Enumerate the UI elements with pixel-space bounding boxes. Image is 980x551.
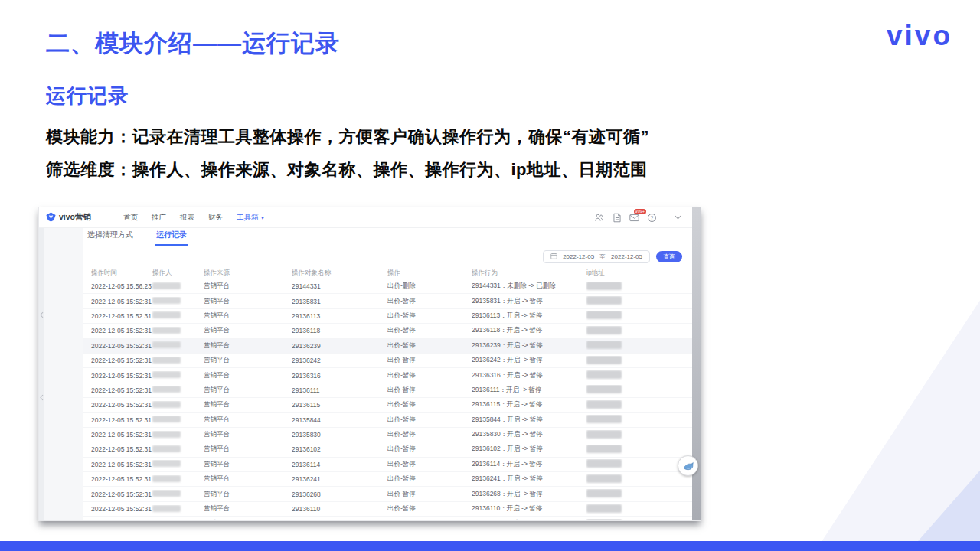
cell-object-name: 29136268 [292,491,387,498]
redacted-ip [586,459,622,468]
cell-operate-time: 2022-12-05 15:52:31 [91,357,152,364]
cell-operate-time: 2022-12-05 15:52:31 [91,431,152,439]
cell-operate-time: 2022-12-05 15:52:31 [91,445,152,453]
cell-operate-time: 2022-12-05 15:52:31 [91,491,152,498]
redacted-ip [586,326,622,334]
app-topbar: vivo营销 首页 推广 报表 财务 工具箱▼ 999+ [39,207,692,228]
cell-operate-source: 营销平台 [204,356,292,365]
table-row[interactable]: 2022-12-05 15:52:31营销平台29136239出价-暂停2913… [83,339,692,354]
cell-ip [586,400,648,410]
redacted-ip [586,489,622,497]
tab-run-records[interactable]: 运行记录 [156,230,187,246]
account-chevron-down-icon[interactable] [673,213,683,223]
mail-icon[interactable]: 999+ [629,213,639,223]
cell-behavior: 29136241：开启 -> 暂停 [472,474,586,484]
table-row[interactable]: 2022-12-05 15:52:31营销平台29136111出价-暂停2913… [83,383,692,398]
cell-ip [586,385,648,395]
cell-operator [152,357,204,365]
date-range-picker[interactable]: 2022-12-05 至 2022-12-05 [543,250,650,263]
decor-shape-large [684,175,980,551]
table-row[interactable]: 2022-12-05 15:52:31营销平台29136316出价-暂停2913… [83,368,692,383]
help-icon[interactable]: ? [647,213,657,223]
cell-behavior: 29136316：开启 -> 暂停 [472,371,586,380]
feedback-bird-widget[interactable] [678,455,698,476]
cell-behavior: 29136242：开启 -> 暂停 [472,356,586,365]
nav-item-toolbox[interactable]: 工具箱▼ [237,213,265,223]
redacted-operator [152,386,181,393]
filter-dimensions-text: 筛选维度：操作人、操作来源、对象名称、操作、操作行为、ip地址、日期范围 [46,158,648,181]
cell-operator [152,460,204,468]
cell-operate-time: 2022-12-05 15:52:31 [91,401,152,409]
cell-operate-source: 营销平台 [204,519,292,520]
table-row[interactable]: 2022-12-05 15:52:31营销平台29136268出价-暂停2913… [83,487,692,501]
cell-ip [586,311,648,321]
header-operation: 操作 [387,269,472,278]
chevron-down-icon: ▼ [260,215,266,220]
cell-operation: 出价-暂停 [387,386,472,395]
cell-operate-source: 营销平台 [204,400,292,409]
cell-operation: 出价-暂停 [387,326,472,335]
cell-operate-source: 营销平台 [204,371,292,380]
cell-operation: 出价-暂停 [387,430,472,439]
cell-operation: 出价-暂停 [387,297,472,306]
cell-ip [586,356,648,366]
cell-ip [586,519,648,520]
app-nav: 首页 推广 报表 财务 工具箱▼ [123,213,265,223]
query-button[interactable]: 查询 [656,251,682,262]
cell-operator [152,445,204,454]
cell-object-name: 29136242 [292,357,387,364]
sidebar-strip [39,228,44,520]
table-row[interactable]: 2022-12-05 15:52:31营销平台29136241出价-暂停2913… [83,472,692,487]
cell-operator [152,416,204,424]
redacted-ip [586,385,622,393]
table-row[interactable]: 2022-12-05 15:52:31营销平台29136110出价-暂停2913… [83,502,692,517]
redacted-ip [586,341,622,349]
cell-operator [152,475,204,484]
redacted-operator [152,431,181,438]
redacted-operator [152,282,181,289]
sidebar-collapse-icon[interactable] [39,390,44,404]
app-logo[interactable]: vivo营销 [46,212,91,223]
table-row[interactable]: 2022-12-05 15:52:31营销平台29135844出价-暂停2913… [83,413,692,428]
users-icon[interactable] [594,213,604,223]
header-object-name: 操作对象名称 [292,269,387,278]
tab-select-clean-mode[interactable]: 选择清理方式 [87,230,133,246]
topbar-icons: 999+ ? [594,213,683,223]
table-row[interactable]: 2022-12-05 15:52:31营销平台29135830出价-暂停2913… [83,428,692,442]
document-icon[interactable] [612,213,622,223]
redacted-operator [152,311,181,318]
table-row[interactable]: 2022-12-05 15:56:23营销平台29144331出价-删除2914… [83,279,692,294]
table-row[interactable]: 2022-12-05 15:52:31营销平台29136118出价-暂停2913… [83,324,692,338]
nav-item-home[interactable]: 首页 [123,213,138,223]
table-row[interactable]: 2022-12-05 15:52:31营销平台29136102出价-暂停2913… [83,442,692,457]
cell-object-name: 29136111 [292,386,387,394]
table-row[interactable]: 2022-12-05 15:52:31营销平台29136115出价-暂停2913… [83,398,692,412]
cell-operator [152,505,204,514]
header-operator: 操作人 [152,269,204,278]
cell-ip [586,370,648,380]
cell-object-name: 29136110 [292,505,387,513]
cell-operation: 出价-暂停 [387,490,472,499]
sidebar-collapse-icon[interactable] [39,308,44,321]
date-separator: 至 [599,253,606,261]
cell-object-name: 29144331 [292,282,387,290]
nav-item-report[interactable]: 报表 [180,213,194,223]
cell-operation: 出价-暂停 [387,474,472,484]
cell-operation: 出价-暂停 [387,400,472,409]
redacted-operator [152,416,181,422]
cell-ip [586,296,648,306]
nav-item-promotion[interactable]: 推广 [152,213,166,223]
table-row[interactable]: 2022-12-05 15:52:31营销平台29136077出价-暂停2913… [83,517,692,520]
cell-operate-time: 2022-12-05 15:52:31 [91,386,152,394]
cell-ip [586,445,648,455]
cell-object-name: 29135830 [292,431,387,439]
table-row[interactable]: 2022-12-05 15:52:31营销平台29136114出价-暂停2913… [83,458,692,472]
cell-ip [586,504,648,514]
table-row[interactable]: 2022-12-05 15:52:31营销平台29136242出价-暂停2913… [83,354,692,368]
cell-operate-time: 2022-12-05 15:52:31 [91,342,152,350]
cell-operation: 出价-删除 [387,282,472,291]
table-row[interactable]: 2022-12-05 15:52:31营销平台29136113出价-暂停2913… [83,309,692,324]
nav-item-finance[interactable]: 财务 [208,213,223,223]
table-row[interactable]: 2022-12-05 15:52:31营销平台29135831出价-暂停2913… [83,294,692,308]
cell-operate-source: 营销平台 [204,297,292,306]
